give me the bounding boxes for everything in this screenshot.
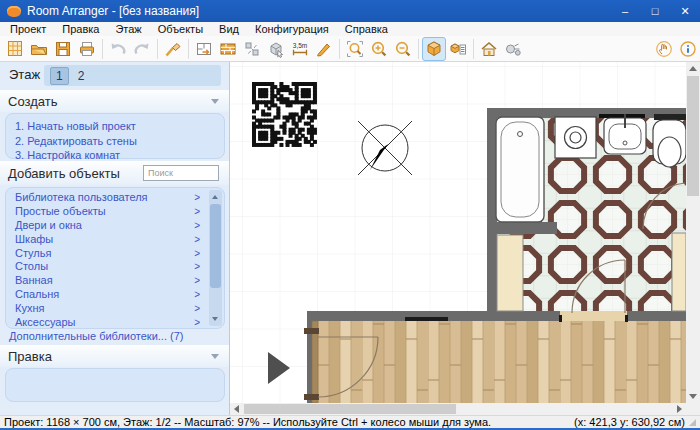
format-brush-icon bbox=[164, 40, 182, 58]
undo-icon bbox=[109, 40, 127, 58]
draw-button[interactable] bbox=[312, 37, 336, 61]
wall-button[interactable] bbox=[216, 37, 240, 61]
edit-rooms-icon bbox=[195, 40, 213, 58]
chevron-right-icon: > bbox=[194, 205, 200, 219]
scrollbar-corner bbox=[686, 403, 700, 415]
minimize-button[interactable]: – bbox=[610, 0, 640, 22]
create-section-header[interactable]: Создать bbox=[0, 90, 229, 112]
resize-grip[interactable] bbox=[689, 419, 696, 426]
horizontal-scroll-thumb[interactable] bbox=[244, 404, 456, 414]
chevron-right-icon: > bbox=[194, 191, 200, 205]
chevron-right-icon: > bbox=[194, 219, 200, 233]
library-scrollbar[interactable] bbox=[209, 190, 222, 326]
close-button[interactable]: ✕ bbox=[670, 0, 700, 22]
more-libraries-link[interactable]: Дополнительные библиотеки... (7) bbox=[9, 330, 183, 342]
render-settings-button[interactable] bbox=[501, 37, 525, 61]
floor-tab-2[interactable]: 2 bbox=[73, 68, 90, 84]
horizontal-scrollbar[interactable] bbox=[230, 403, 700, 415]
link-edit-walls[interactable]: 2. Редактировать стены bbox=[15, 134, 224, 149]
menu-configuration[interactable]: Конфигурация bbox=[247, 22, 337, 36]
toilet-object[interactable] bbox=[653, 114, 686, 167]
vertical-scroll-thumb[interactable] bbox=[687, 76, 699, 196]
view-3d-button[interactable] bbox=[422, 37, 446, 61]
door-threshold bbox=[560, 311, 627, 321]
menu-edit[interactable]: Правка bbox=[54, 22, 107, 36]
floor-tab-1[interactable]: 1 bbox=[50, 67, 69, 85]
library-item-chairs[interactable]: Стулья> bbox=[6, 247, 224, 261]
search-input[interactable] bbox=[143, 165, 219, 181]
print-icon bbox=[78, 40, 96, 58]
library-item-doors-windows[interactable]: Двери и окна> bbox=[6, 219, 224, 233]
object-3d-button[interactable] bbox=[264, 37, 288, 61]
open-button[interactable] bbox=[27, 37, 51, 61]
collapse-triangle-icon[interactable] bbox=[211, 99, 219, 104]
edit-section-header[interactable]: Правка bbox=[0, 345, 229, 367]
link-start-new-project[interactable]: 1. Начать новый проект bbox=[15, 119, 224, 134]
library-item-kitchen[interactable]: Кухня> bbox=[6, 302, 224, 316]
sidebar: Этаж 1 2 Создать 1. Начать новый проект … bbox=[0, 62, 230, 415]
window-title: Room Arranger - [без названия] bbox=[27, 4, 610, 18]
toolbar-separator bbox=[473, 39, 474, 59]
add-objects-title: Добавить объекты bbox=[8, 166, 120, 181]
scroll-down-icon[interactable] bbox=[212, 317, 218, 321]
undo-button[interactable] bbox=[106, 37, 130, 61]
library-item-bedroom[interactable]: Спальня> bbox=[6, 288, 224, 302]
collapse-triangle-icon[interactable] bbox=[211, 354, 219, 359]
sink-object[interactable] bbox=[599, 114, 646, 154]
menu-project[interactable]: Проект bbox=[2, 22, 54, 36]
maximize-button[interactable]: □ bbox=[640, 0, 670, 22]
library-item-bathroom[interactable]: Ванная> bbox=[6, 274, 224, 288]
scroll-left-button[interactable] bbox=[230, 403, 243, 415]
chevron-right-icon: > bbox=[194, 260, 200, 274]
measure-button[interactable]: 3,5m bbox=[288, 37, 312, 61]
library-item-label: Стулья bbox=[15, 247, 51, 259]
info-icon bbox=[679, 40, 697, 58]
redo-button[interactable] bbox=[130, 37, 154, 61]
cabinet-object[interactable] bbox=[672, 233, 686, 311]
library-item-user-library[interactable]: Библиотека пользователя> bbox=[6, 191, 224, 205]
hand-icon bbox=[655, 40, 673, 58]
format-brush-button[interactable] bbox=[161, 37, 185, 61]
floor-plan[interactable] bbox=[230, 62, 686, 403]
edit-rooms-button[interactable] bbox=[192, 37, 216, 61]
menu-objects[interactable]: Объекты bbox=[150, 22, 211, 36]
walkthrough-button[interactable] bbox=[477, 37, 501, 61]
window-marker[interactable] bbox=[405, 317, 448, 321]
hand-tool-button[interactable] bbox=[652, 37, 676, 61]
library-item-tables[interactable]: Столы> bbox=[6, 260, 224, 274]
scroll-right-button[interactable] bbox=[673, 403, 686, 415]
scroll-up-button[interactable] bbox=[686, 62, 700, 75]
library-item-simple-objects[interactable]: Простые объекты> bbox=[6, 205, 224, 219]
washing-machine-object[interactable] bbox=[555, 117, 596, 158]
menu-floor[interactable]: Этаж bbox=[107, 22, 149, 36]
zoom-fit-button[interactable] bbox=[343, 37, 367, 61]
bathtub-object[interactable] bbox=[496, 117, 544, 222]
toolbar-separator bbox=[157, 39, 158, 59]
scroll-up-icon[interactable] bbox=[212, 195, 218, 199]
open-folder-icon bbox=[30, 40, 48, 58]
library-item-wardrobes[interactable]: Шкафы> bbox=[6, 233, 224, 247]
cabinet-object[interactable] bbox=[497, 235, 523, 311]
svg-text:3,5m: 3,5m bbox=[293, 41, 307, 48]
zoom-out-button[interactable] bbox=[391, 37, 415, 61]
library-scroll-thumb[interactable] bbox=[210, 204, 221, 288]
scroll-down-icon bbox=[689, 394, 697, 399]
vertical-scrollbar[interactable] bbox=[686, 62, 700, 403]
door-jamb bbox=[304, 328, 319, 334]
scroll-up-icon bbox=[689, 66, 697, 71]
add-objects-section-header: Добавить объекты bbox=[0, 161, 229, 185]
new-project-button[interactable] bbox=[3, 37, 27, 61]
floor-selector: Этаж 1 2 bbox=[0, 64, 229, 86]
scroll-down-button[interactable] bbox=[686, 390, 700, 403]
menu-help[interactable]: Справка bbox=[337, 22, 396, 36]
plan-canvas[interactable] bbox=[230, 62, 700, 403]
select-objects-button[interactable] bbox=[240, 37, 264, 61]
zoom-in-button[interactable] bbox=[367, 37, 391, 61]
menu-view[interactable]: Вид bbox=[211, 22, 247, 36]
library-item-accessories[interactable]: Аксессуары> bbox=[6, 316, 224, 330]
info-button[interactable] bbox=[676, 37, 700, 61]
save-button[interactable] bbox=[51, 37, 75, 61]
print-button[interactable] bbox=[75, 37, 99, 61]
view-3d-list-button[interactable] bbox=[446, 37, 470, 61]
save-icon bbox=[54, 40, 72, 58]
